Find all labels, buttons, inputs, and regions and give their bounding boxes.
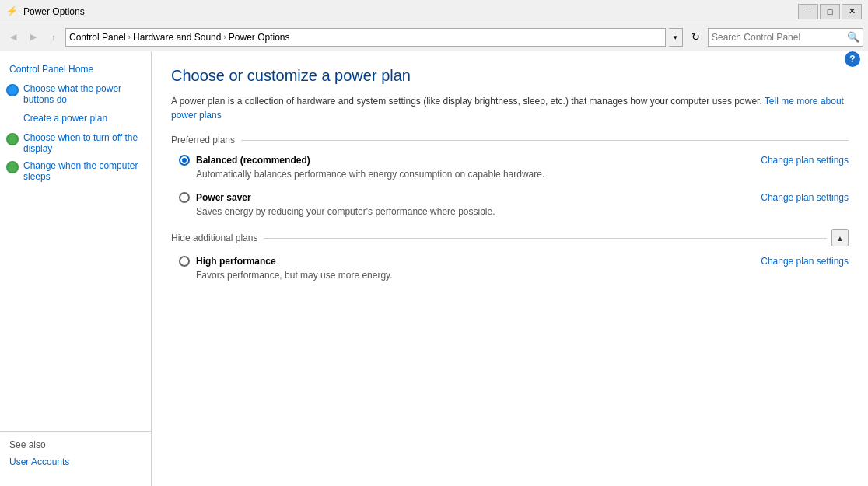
- computer-sleeps-label: Change when the computer sleeps: [23, 160, 145, 182]
- see-also-title: See also: [9, 439, 142, 450]
- address-dropdown[interactable]: ▾: [669, 28, 683, 47]
- window-title: Power Options: [23, 6, 798, 17]
- address-bar: ◀ ▶ ↑ Control Panel › Hardware and Sound…: [0, 23, 868, 51]
- power-buttons-label: Choose what the power buttons do: [23, 83, 145, 105]
- radio-power-saver[interactable]: [179, 192, 190, 203]
- computer-sleeps-icon: [6, 161, 19, 173]
- help-button[interactable]: ?: [845, 51, 860, 67]
- additional-plans-header: Hide additional plans ▲: [171, 229, 849, 246]
- plan-balanced: Balanced (recommended) Change plan setti…: [171, 155, 849, 180]
- plan-high-performance-description: Favors performance, but may use more ene…: [179, 270, 849, 281]
- change-plan-high-performance-link[interactable]: Change plan settings: [761, 256, 849, 267]
- search-icon: 🔍: [847, 31, 859, 43]
- breadcrumb-power-options: Power Options: [229, 32, 290, 43]
- back-button[interactable]: ◀: [5, 29, 22, 46]
- turn-off-display-icon: [6, 133, 19, 145]
- breadcrumb-sep-1: ›: [128, 33, 131, 41]
- additional-plans-line: [264, 238, 827, 239]
- up-button[interactable]: ↑: [45, 29, 62, 46]
- search-input[interactable]: [712, 32, 847, 43]
- title-bar: ⚡ Power Options ─ □ ✕: [0, 0, 868, 23]
- plan-power-saver-header: Power saver Change plan settings: [179, 192, 849, 203]
- minimize-button[interactable]: ─: [798, 4, 818, 19]
- change-plan-power-saver-link[interactable]: Change plan settings: [761, 192, 849, 203]
- sidebar-nav: Control Panel Home Choose what the power…: [0, 59, 151, 185]
- search-box[interactable]: 🔍: [708, 28, 863, 47]
- description-text: A power plan is a collection of hardware…: [171, 96, 762, 107]
- plan-balanced-label[interactable]: Balanced (recommended): [179, 155, 310, 166]
- main-container: Control Panel Home Choose what the power…: [0, 51, 868, 486]
- sidebar-item-create-plan[interactable]: Create a power plan: [0, 108, 151, 129]
- preferred-plans-header: Preferred plans: [171, 135, 849, 145]
- change-plan-balanced-link[interactable]: Change plan settings: [761, 155, 849, 166]
- sidebar-item-power-buttons[interactable]: Choose what the power buttons do: [0, 80, 151, 108]
- plan-power-saver-label[interactable]: Power saver: [179, 192, 251, 203]
- sidebar: Control Panel Home Choose what the power…: [0, 51, 152, 486]
- breadcrumb-control-panel[interactable]: Control Panel: [69, 32, 126, 43]
- plan-balanced-header: Balanced (recommended) Change plan setti…: [179, 155, 849, 166]
- page-description: A power plan is a collection of hardware…: [171, 94, 849, 122]
- preferred-plans-line: [241, 140, 849, 141]
- preferred-plans-title: Preferred plans: [171, 135, 235, 145]
- address-path[interactable]: Control Panel › Hardware and Sound › Pow…: [65, 28, 666, 47]
- plan-power-saver-description: Saves energy by reducing your computer's…: [179, 206, 849, 217]
- close-button[interactable]: ✕: [842, 4, 862, 19]
- plan-high-performance-name: High performance: [196, 256, 276, 267]
- radio-balanced[interactable]: [179, 155, 190, 166]
- plan-balanced-name: Balanced (recommended): [196, 155, 310, 166]
- plan-high-performance-header: High performance Change plan settings: [179, 256, 849, 267]
- refresh-button[interactable]: ↻: [686, 28, 705, 47]
- plan-high-performance: High performance Change plan settings Fa…: [171, 256, 849, 281]
- forward-button[interactable]: ▶: [25, 29, 42, 46]
- content-area: Choose or customize a power plan A power…: [152, 51, 868, 486]
- breadcrumb-hardware-sound[interactable]: Hardware and Sound: [133, 32, 221, 43]
- app-icon: ⚡: [6, 5, 19, 18]
- sidebar-item-control-panel-home[interactable]: Control Panel Home: [0, 59, 151, 80]
- sidebar-item-turn-off-display[interactable]: Choose when to turn off the display: [0, 129, 151, 157]
- plan-balanced-description: Automatically balances performance with …: [179, 169, 849, 180]
- sidebar-item-computer-sleeps[interactable]: Change when the computer sleeps: [0, 157, 151, 185]
- radio-high-performance[interactable]: [179, 256, 190, 267]
- additional-plans-title: Hide additional plans: [171, 233, 257, 243]
- turn-off-display-label: Choose when to turn off the display: [23, 132, 145, 154]
- sidebar-item-user-accounts[interactable]: User Accounts: [9, 454, 142, 470]
- see-also-section: See also User Accounts: [0, 431, 151, 478]
- window-controls: ─ □ ✕: [798, 4, 862, 19]
- power-buttons-icon: [6, 84, 19, 96]
- plan-power-saver-name: Power saver: [196, 192, 251, 203]
- breadcrumb-sep-2: ›: [223, 33, 226, 41]
- plan-power-saver: Power saver Change plan settings Saves e…: [171, 192, 849, 217]
- maximize-button[interactable]: □: [820, 4, 840, 19]
- page-title: Choose or customize a power plan: [171, 67, 849, 85]
- plan-high-performance-label[interactable]: High performance: [179, 256, 276, 267]
- toggle-additional-plans-button[interactable]: ▲: [831, 229, 849, 246]
